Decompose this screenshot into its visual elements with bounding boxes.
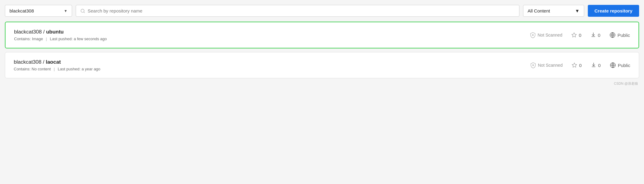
search-box bbox=[76, 5, 519, 17]
meta-separator: | bbox=[54, 67, 55, 71]
content-dropdown-label: All Content bbox=[528, 8, 550, 13]
repo-full-name: blackcat308 / ubuntu bbox=[14, 29, 107, 35]
org-dropdown[interactable]: blackcat308 ▼ bbox=[5, 5, 72, 17]
repo-stats: Not Scanned 0 0 bbox=[530, 32, 630, 38]
globe-icon bbox=[610, 62, 616, 68]
download-stat: 0 bbox=[591, 32, 600, 38]
download-icon bbox=[591, 62, 596, 68]
content-dropdown[interactable]: All Content ▼ bbox=[523, 5, 584, 17]
svg-line-1 bbox=[84, 12, 85, 13]
push-label: Last pushed: bbox=[58, 67, 80, 71]
star-stat: 0 bbox=[572, 62, 581, 68]
repository-list: blackcat308 / ubuntu Contains: Image | L… bbox=[5, 22, 639, 78]
toolbar: blackcat308 ▼ All Content ▼ Create repos… bbox=[5, 5, 639, 17]
repo-name-label: ubuntu bbox=[46, 29, 64, 35]
push-value: a year ago bbox=[82, 67, 100, 71]
repo-info: blackcat308 / ubuntu Contains: Image | L… bbox=[14, 29, 107, 41]
chevron-down-icon: ▼ bbox=[64, 9, 67, 13]
repo-stats: Not Scanned 0 0 bbox=[530, 62, 631, 68]
contains-label: Contains: bbox=[14, 37, 31, 41]
visibility-stat: Public bbox=[610, 62, 630, 68]
contains-value: Image bbox=[32, 37, 43, 41]
repo-name-label: laocat bbox=[46, 59, 61, 65]
chevron-down-icon: ▼ bbox=[575, 8, 580, 13]
scan-status-label: Not Scanned bbox=[538, 33, 562, 37]
repo-separator: / bbox=[43, 59, 45, 65]
svg-rect-13 bbox=[592, 67, 595, 67]
visibility-stat: Public bbox=[609, 32, 630, 38]
push-value: a few seconds ago bbox=[74, 37, 107, 41]
svg-marker-4 bbox=[572, 33, 577, 37]
repo-full-name: blackcat308 / laocat bbox=[14, 59, 100, 65]
contains-label: Contains: bbox=[14, 67, 31, 71]
download-stat: 0 bbox=[591, 62, 601, 68]
contains-value: No content bbox=[32, 67, 51, 71]
svg-marker-12 bbox=[572, 63, 577, 67]
repo-info: blackcat308 / laocat Contains: No conten… bbox=[14, 59, 100, 71]
repo-meta: Contains: No content | Last pushed: a ye… bbox=[14, 67, 100, 71]
download-icon bbox=[591, 32, 596, 38]
visibility-label: Public bbox=[617, 33, 630, 38]
download-count: 0 bbox=[598, 63, 601, 68]
star-icon bbox=[572, 62, 577, 68]
star-count: 0 bbox=[579, 63, 581, 68]
svg-rect-5 bbox=[591, 37, 595, 37]
download-count: 0 bbox=[598, 33, 600, 38]
scan-status: Not Scanned bbox=[530, 62, 563, 68]
star-count: 0 bbox=[579, 33, 581, 38]
watermark: CSDN @浪老猫 bbox=[5, 81, 639, 86]
repository-card[interactable]: blackcat308 / laocat Contains: No conten… bbox=[5, 52, 639, 78]
shield-icon bbox=[530, 62, 536, 68]
org-dropdown-label: blackcat308 bbox=[9, 8, 34, 13]
globe-icon bbox=[609, 32, 616, 38]
shield-icon bbox=[530, 32, 536, 38]
star-stat: 0 bbox=[571, 32, 581, 38]
repo-org: blackcat308 bbox=[14, 59, 42, 65]
create-repository-button[interactable]: Create repository bbox=[588, 5, 639, 17]
repo-org: blackcat308 bbox=[14, 29, 42, 35]
search-input[interactable] bbox=[88, 8, 515, 13]
push-label: Last pushed: bbox=[50, 37, 72, 41]
star-icon bbox=[571, 32, 577, 38]
scan-status: Not Scanned bbox=[530, 32, 562, 38]
repository-card[interactable]: blackcat308 / ubuntu Contains: Image | L… bbox=[5, 22, 639, 48]
search-icon bbox=[80, 9, 85, 13]
visibility-label: Public bbox=[618, 63, 630, 68]
meta-separator: | bbox=[46, 37, 47, 41]
repo-separator: / bbox=[43, 29, 46, 35]
scan-status-label: Not Scanned bbox=[538, 63, 563, 68]
repo-meta: Contains: Image | Last pushed: a few sec… bbox=[14, 37, 107, 41]
